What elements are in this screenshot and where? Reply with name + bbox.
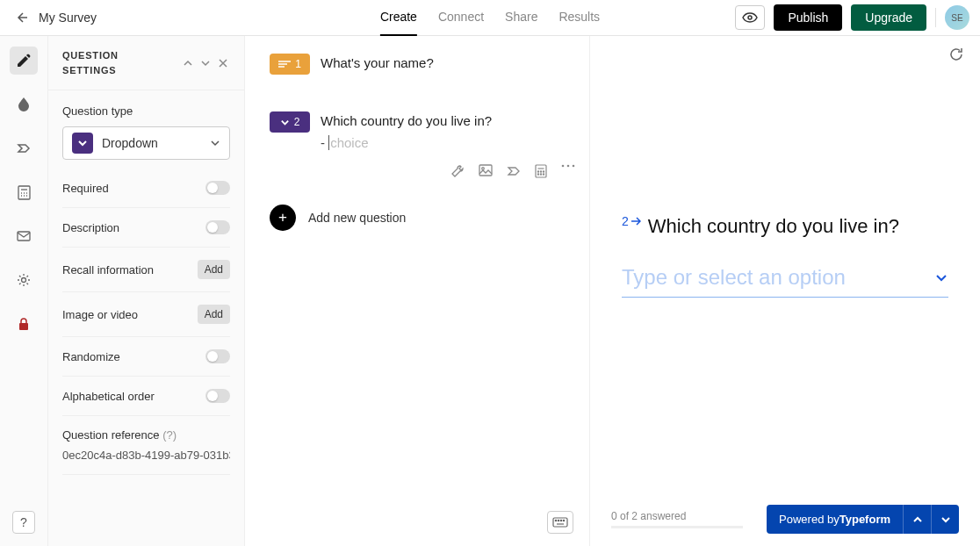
- drop-icon: [18, 97, 30, 111]
- powered-group: Powered by Typeform: [767, 505, 959, 534]
- add-question-label: Add new question: [308, 211, 406, 225]
- rail-settings[interactable]: [10, 266, 38, 294]
- move-up-button[interactable]: [181, 56, 195, 70]
- progress: 0 of 2 answered: [611, 510, 743, 528]
- preview-question-number: 2: [622, 214, 641, 228]
- settings-body: Question type Dropdown Required Descript…: [48, 90, 244, 489]
- svg-point-16: [482, 168, 485, 170]
- svg-point-26: [567, 165, 570, 168]
- rail-design[interactable]: [10, 90, 38, 119]
- close-settings-button[interactable]: [216, 56, 230, 70]
- tab-results[interactable]: Results: [558, 0, 600, 36]
- add-question-button[interactable]: +: [270, 205, 296, 231]
- question-2-choice[interactable]: - choice: [321, 135, 565, 150]
- settings-header-actions: [181, 56, 230, 70]
- pencil-icon: [16, 53, 32, 68]
- setting-description: Description: [62, 208, 230, 248]
- image-icon: [479, 164, 493, 176]
- calculator-icon: [18, 185, 31, 200]
- settings-title-line2: SETTINGS: [62, 63, 119, 78]
- rail-help[interactable]: ?: [12, 511, 35, 534]
- logic-icon: [507, 164, 521, 178]
- alphabetical-label: Alphabetical order: [62, 390, 155, 403]
- preview-content: 2 Which country do you live in?: [611, 0, 959, 528]
- setting-required: Required: [62, 169, 230, 208]
- choice-placeholder: choice: [330, 135, 368, 150]
- tab-create[interactable]: Create: [380, 0, 417, 36]
- keyboard-button[interactable]: [547, 511, 573, 534]
- help-label: ?: [20, 515, 27, 529]
- settings-header: QUESTION SETTINGS: [48, 36, 244, 90]
- preview-input-row[interactable]: [622, 265, 948, 298]
- svg-point-32: [563, 520, 564, 521]
- powered-by[interactable]: Powered by Typeform: [767, 505, 903, 534]
- nav-down-button[interactable]: [931, 505, 959, 534]
- tool-calculator[interactable]: [535, 164, 547, 178]
- preview-dropdown-input[interactable]: [622, 265, 934, 290]
- svg-point-25: [562, 165, 565, 168]
- question-type-select[interactable]: Dropdown: [62, 126, 230, 160]
- recall-add-button[interactable]: Add: [198, 260, 230, 279]
- main-tabs: Create Connect Share Results: [380, 0, 600, 36]
- add-question-row[interactable]: + Add new question: [270, 205, 565, 231]
- image-video-label: Image or video: [62, 308, 138, 321]
- tool-logic[interactable]: [507, 164, 521, 178]
- qnum-value: 2: [622, 214, 629, 228]
- rail-calculator[interactable]: [10, 178, 38, 206]
- svg-point-29: [555, 520, 556, 521]
- tab-connect[interactable]: Connect: [438, 0, 484, 36]
- image-video-add-button[interactable]: Add: [198, 305, 230, 324]
- survey-title[interactable]: My Survey: [39, 11, 97, 25]
- svg-point-24: [543, 174, 544, 175]
- setting-image-video: Image or video Add: [62, 292, 230, 337]
- question-reference: Question reference (?) 0ec20c4a-d83b-419…: [62, 416, 230, 462]
- divider: [62, 474, 230, 475]
- refresh-icon: [948, 47, 964, 62]
- chevron-up-icon: [183, 58, 193, 68]
- tool-settings[interactable]: [450, 164, 465, 178]
- nav-up-button[interactable]: [903, 505, 931, 534]
- question-type-label: Question type: [62, 104, 230, 118]
- svg-point-23: [540, 174, 541, 175]
- question-2[interactable]: 2 Which country do you live in? - choice: [270, 111, 565, 178]
- chevron-down-icon: [940, 514, 952, 526]
- powered-text: Powered by: [779, 513, 839, 526]
- tool-image[interactable]: [479, 164, 493, 178]
- svg-rect-11: [19, 323, 28, 330]
- calculator-icon: [535, 164, 547, 178]
- chevron-down-icon: [280, 118, 290, 127]
- preview-question-text: Which country do you live in?: [648, 214, 899, 240]
- rail-content[interactable]: [10, 47, 38, 75]
- tool-more[interactable]: [561, 164, 575, 178]
- refresh-button[interactable]: [948, 47, 964, 62]
- preview-dropdown-chevron[interactable]: [934, 270, 948, 284]
- rail-access[interactable]: [10, 310, 38, 338]
- move-down-button[interactable]: [198, 56, 213, 70]
- svg-point-20: [540, 171, 541, 172]
- question-1-text[interactable]: What's your name?: [321, 54, 434, 70]
- setting-randomize: Randomize: [62, 337, 230, 377]
- rail-logic[interactable]: [10, 134, 38, 162]
- chevron-down-icon: [200, 58, 211, 68]
- settings-title-line1: QUESTION: [62, 48, 119, 63]
- question-2-number: 2: [294, 116, 300, 128]
- svg-point-10: [22, 278, 26, 283]
- required-label: Required: [62, 182, 109, 195]
- alphabetical-toggle[interactable]: [205, 389, 230, 403]
- gear-icon: [17, 273, 31, 287]
- close-icon: [218, 58, 228, 68]
- back-button[interactable]: [11, 7, 32, 28]
- question-2-text[interactable]: Which country do you live in?: [321, 111, 565, 128]
- description-toggle[interactable]: [205, 220, 230, 234]
- randomize-toggle[interactable]: [205, 349, 230, 363]
- required-toggle[interactable]: [205, 181, 230, 195]
- svg-point-19: [537, 171, 538, 172]
- arrow-right-icon: [631, 217, 641, 226]
- question-reference-help[interactable]: (?): [162, 428, 177, 442]
- chevron-down-icon: [934, 270, 948, 284]
- chevron-down-icon: [210, 138, 220, 148]
- powered-brand: Typeform: [839, 513, 890, 526]
- tab-share[interactable]: Share: [505, 0, 537, 36]
- rail-followups[interactable]: [10, 222, 38, 250]
- question-1[interactable]: 1 What's your name?: [270, 54, 565, 75]
